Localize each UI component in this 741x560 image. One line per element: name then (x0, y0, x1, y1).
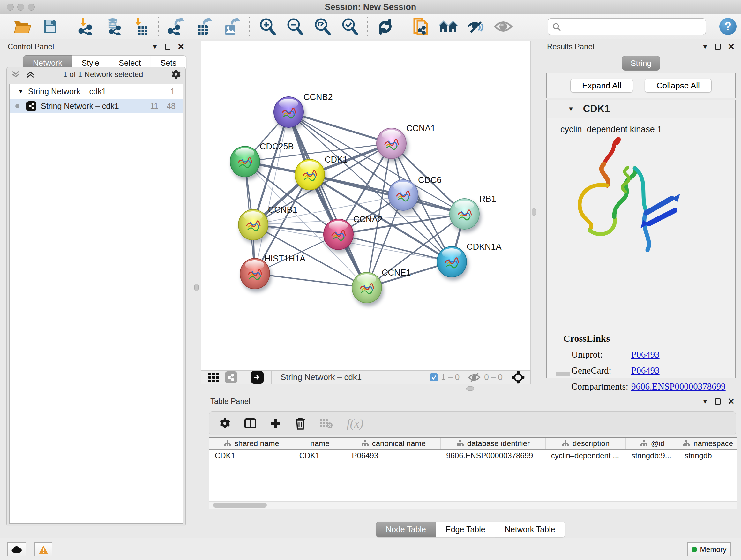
export-image-button[interactable] (218, 15, 245, 38)
network-node-cdc6[interactable] (388, 179, 418, 211)
import-table-button[interactable] (127, 15, 154, 38)
protein-name: CDK1 (583, 103, 610, 115)
network-node-ccna2[interactable] (323, 219, 354, 250)
tree-caret-icon[interactable]: ▼ (18, 88, 23, 95)
status-bar: Memory (0, 538, 741, 560)
network-canvas[interactable]: CCNB2CCNA1CDC25BCDK1CDC6RB1CCNB1CCNA2CDK… (201, 41, 531, 370)
tab-network-table[interactable]: Network Table (495, 522, 565, 537)
panel-float-icon[interactable] (715, 398, 721, 405)
crosslink-link[interactable]: 9606.ENSP00000378699 (631, 381, 726, 392)
network-node-cdk1[interactable] (294, 159, 325, 190)
table-cell[interactable]: P06493 (346, 450, 441, 461)
section-caret-icon[interactable]: ▼ (568, 105, 574, 113)
save-session-button[interactable] (37, 15, 64, 38)
table-cell[interactable]: CDK1 (209, 450, 294, 461)
show-columns-icon[interactable] (244, 417, 257, 430)
expand-all-icon[interactable] (26, 70, 36, 78)
add-column-icon[interactable] (270, 418, 281, 429)
document-share-icon (412, 17, 429, 36)
network-collection-row[interactable]: ▼ String Network – cdk1 1 (10, 84, 183, 99)
column-header-shared-name[interactable]: shared name (209, 438, 294, 449)
panel-menu-icon[interactable]: ▼ (151, 44, 158, 50)
import-network-button[interactable] (72, 15, 99, 38)
open-session-button[interactable] (9, 15, 37, 38)
column-header-@id[interactable]: @id (626, 438, 679, 449)
horizontal-splitter-handle[interactable] (466, 386, 474, 391)
panel-float-icon[interactable] (165, 44, 171, 50)
column-header-description[interactable]: description (546, 438, 626, 449)
gear-icon[interactable] (171, 69, 181, 79)
zoom-selected-button[interactable] (336, 15, 363, 38)
crosslink-link[interactable]: P06493 (631, 365, 660, 376)
warnings-button[interactable] (35, 543, 52, 557)
zoom-out-button[interactable] (281, 15, 308, 38)
column-header-database-identifier[interactable]: database identifier (441, 438, 546, 449)
eye-slash-icon (467, 19, 485, 34)
column-header-name[interactable]: name (294, 438, 347, 449)
houses-icon (439, 19, 458, 34)
crosslink-link[interactable]: P06493 (631, 349, 660, 360)
apply-layout-button[interactable] (372, 15, 399, 38)
export-table-button[interactable] (190, 15, 218, 38)
node-label-cdk1: CDK1 (325, 155, 347, 165)
network-node-cdkn1a[interactable] (436, 246, 467, 277)
zoom-in-button[interactable] (253, 15, 281, 38)
results-scrollbar-thumb[interactable] (556, 372, 569, 376)
search-input[interactable] (564, 22, 705, 31)
network-node-cdc25b[interactable] (230, 146, 260, 177)
collapse-all-icon[interactable] (11, 70, 21, 78)
tab-node-table[interactable]: Node Table (376, 522, 436, 537)
panel-menu-icon[interactable]: ▼ (702, 398, 708, 405)
zoom-fit-button[interactable] (308, 15, 336, 38)
show-glass-button[interactable] (489, 15, 517, 38)
table-cell[interactable]: stringdb (679, 450, 737, 461)
network-node-ccna1[interactable] (376, 128, 407, 159)
table-hscrollbar-thumb[interactable] (213, 503, 267, 508)
protein-section-header[interactable]: ▼ CDK1 (547, 100, 735, 118)
network-node-ccne1[interactable] (352, 272, 382, 303)
birds-eye-view-icon[interactable] (251, 371, 264, 384)
column-header-namespace[interactable]: namespace (679, 438, 737, 449)
hide-glass-button[interactable] (462, 15, 489, 38)
left-splitter-handle[interactable] (194, 284, 199, 291)
table-cell[interactable]: stringdb:9... (626, 450, 679, 461)
expand-all-button[interactable]: Expand All (570, 78, 633, 92)
network-node-ccnb1[interactable] (238, 209, 268, 240)
panel-close-icon[interactable]: ✕ (178, 43, 185, 51)
results-tab-string[interactable]: String (622, 56, 660, 71)
table-row[interactable]: CDK1CDK1P064939606.ENSP00000378699cyclin… (209, 450, 737, 461)
table-panel-title: Table Panel (210, 397, 250, 406)
import-network-from-database-button[interactable] (99, 15, 127, 38)
toolbar-separator (463, 371, 463, 384)
table-cell[interactable]: 9606.ENSP00000378699 (441, 450, 546, 461)
panel-close-icon[interactable]: ✕ (728, 43, 735, 51)
network-node-rb1[interactable] (449, 198, 480, 230)
tab-edge-table[interactable]: Edge Table (436, 522, 495, 537)
grid-view-icon[interactable] (206, 370, 221, 385)
table-cell[interactable]: cyclin–dependent ... (546, 450, 626, 461)
crosslink-label: Compartments: (571, 381, 631, 392)
panel-menu-icon[interactable]: ▼ (702, 44, 708, 50)
panel-float-icon[interactable] (715, 44, 721, 50)
export-network-button[interactable] (163, 15, 190, 38)
panel-close-icon[interactable]: ✕ (728, 397, 735, 406)
crosslink-row: Compartments:9606.ENSP00000378699 (563, 381, 726, 392)
network-edge-count: 48 (166, 102, 176, 111)
selected-checkbox[interactable] (430, 373, 438, 381)
memory-button[interactable]: Memory (687, 543, 731, 557)
toolbar-separator (271, 371, 272, 384)
delete-trash-icon[interactable] (295, 417, 306, 430)
birdseye-target-icon[interactable] (511, 371, 526, 384)
collapse-all-button[interactable]: Collapse All (645, 78, 712, 92)
network-row[interactable]: String Network – cdk1 11 48 (10, 99, 183, 113)
network-view-share-icon[interactable] (225, 371, 237, 383)
home-databases-button[interactable] (434, 15, 462, 38)
table-cell[interactable]: CDK1 (294, 450, 347, 461)
column-header-canonical-name[interactable]: canonical name (346, 438, 441, 449)
right-splitter-handle[interactable] (532, 208, 536, 216)
help-button[interactable]: ? (719, 18, 737, 35)
table-settings-gear-icon[interactable] (219, 418, 230, 429)
cloud-status-button[interactable] (7, 543, 26, 557)
network-node-ccnb2[interactable] (273, 97, 304, 128)
string-protein-query-button[interactable] (407, 15, 434, 38)
